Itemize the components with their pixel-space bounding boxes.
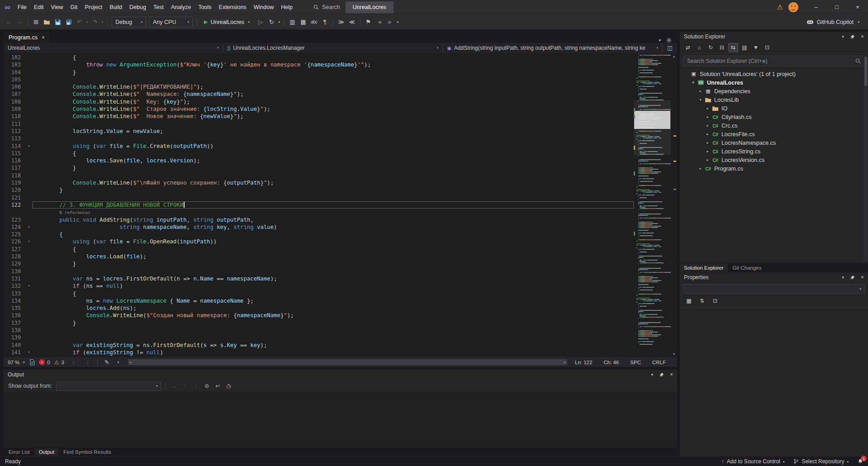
solution-explorer-header[interactable]: Solution Explorer ▾ × bbox=[680, 32, 868, 42]
code-line[interactable]: 114▾ using (var file = File.Create(outpu… bbox=[4, 143, 634, 150]
solution-search-box[interactable] bbox=[683, 56, 865, 67]
chevron-down-icon[interactable]: ▾ bbox=[697, 98, 704, 102]
indent-icon[interactable]: ≫ bbox=[336, 17, 346, 28]
github-copilot-button[interactable]: GitHub Copilot ▾ bbox=[806, 19, 864, 25]
code-line[interactable]: 136 Console.WriteLine($"Создан новый nam… bbox=[4, 312, 634, 319]
spaces-indicator[interactable]: SPC bbox=[630, 360, 641, 365]
window-position-dropdown-icon[interactable]: ▾ bbox=[842, 275, 844, 280]
chevron-right-icon[interactable]: ▸ bbox=[704, 124, 711, 128]
code-line[interactable]: 103 throw new ArgumentException($"Ключ '… bbox=[4, 61, 634, 68]
profiler-icon[interactable]: ↻ bbox=[266, 17, 277, 28]
redo-dropdown-icon[interactable]: ▾ bbox=[100, 20, 104, 24]
window-position-dropdown-icon[interactable]: ▾ bbox=[651, 372, 653, 377]
code-cleanup-icon[interactable]: ✎ bbox=[102, 357, 112, 368]
show-all-files-icon[interactable]: ▤ bbox=[740, 43, 749, 52]
horizontal-scrollbar[interactable]: ◂ ▸ bbox=[128, 359, 567, 365]
code-line[interactable]: 102 { bbox=[4, 54, 634, 61]
previous-bookmark-icon[interactable]: ◄ bbox=[374, 17, 384, 28]
next-issue-icon[interactable]: ↓ bbox=[83, 357, 93, 368]
tree-item-dependencies[interactable]: ▸▦Dependencies bbox=[680, 87, 868, 95]
timestamp-icon[interactable]: ◷ bbox=[224, 383, 233, 389]
menu-project[interactable]: Project bbox=[81, 2, 106, 13]
scroll-down-icon[interactable]: ▾ bbox=[673, 352, 675, 356]
categorized-icon[interactable]: ▦ bbox=[684, 296, 694, 305]
code-line[interactable]: 107 Console.WriteLine($" Namespace: {nam… bbox=[4, 90, 634, 98]
refresh-icon[interactable]: ↻ bbox=[706, 43, 716, 52]
show-whitespace-icon[interactable]: ¶ bbox=[320, 17, 330, 28]
find-in-files-icon[interactable]: ▦ bbox=[298, 17, 308, 28]
error-count[interactable]: × 0 bbox=[39, 359, 50, 365]
code-line[interactable]: 122 // 3. ФУНКЦИЯ ДОБАВЛЕНИЯ НОВОЙ СТРОК… bbox=[4, 201, 634, 209]
code-line[interactable]: 128 locres.Load(file); bbox=[4, 253, 634, 260]
switch-views-icon[interactable]: ⇄ bbox=[683, 43, 693, 52]
fold-chevron-icon[interactable]: ▾ bbox=[25, 223, 33, 231]
word-wrap-icon[interactable]: ↩ bbox=[213, 383, 222, 389]
home-icon[interactable]: ⌂ bbox=[694, 43, 704, 52]
output-source-dropdown[interactable]: ▾ bbox=[56, 381, 161, 391]
code-line[interactable]: 113 bbox=[4, 135, 634, 142]
menu-view[interactable]: View bbox=[47, 2, 67, 13]
user-avatar[interactable] bbox=[788, 2, 798, 12]
properties-icon[interactable]: ⊡ bbox=[762, 43, 772, 52]
code-line[interactable]: 130 bbox=[4, 268, 634, 275]
chevron-right-icon[interactable]: ▸ bbox=[704, 132, 711, 136]
code-line[interactable]: 109 Console.WriteLine($" Старое значение… bbox=[4, 105, 634, 113]
tab-git-changes[interactable]: Git Changes bbox=[729, 264, 766, 272]
close-icon[interactable]: × bbox=[861, 33, 864, 40]
code-line[interactable]: 112 locString.Value = newValue; bbox=[4, 128, 634, 135]
menu-extensions[interactable]: Extensions bbox=[215, 2, 250, 13]
next-bookmark-icon[interactable]: ► bbox=[385, 17, 395, 28]
close-icon[interactable]: × bbox=[670, 371, 673, 378]
pin-icon[interactable] bbox=[659, 372, 664, 377]
document-health-icon[interactable] bbox=[30, 359, 35, 365]
tab-error-list[interactable]: Error List bbox=[5, 448, 34, 456]
menu-edit[interactable]: Edit bbox=[30, 2, 47, 13]
menu-window[interactable]: Window bbox=[250, 2, 277, 13]
chevron-right-icon[interactable]: ▸ bbox=[704, 158, 711, 162]
code-line[interactable]: 131 var ns = locres.FirstOrDefault(n => … bbox=[4, 275, 634, 282]
chevron-right-icon[interactable]: ▸ bbox=[704, 115, 711, 119]
collapse-all-icon[interactable]: ⊟ bbox=[717, 43, 727, 52]
output-content[interactable] bbox=[4, 392, 677, 447]
find-message-in-code-icon[interactable]: → bbox=[170, 383, 179, 389]
solution-name-badge[interactable]: UnrealLocres bbox=[346, 1, 394, 13]
toolbar-options-icon[interactable]: ▾ bbox=[396, 20, 400, 24]
code-line[interactable]: 129 } bbox=[4, 260, 634, 267]
tab-solution-explorer[interactable]: Solution Explorer bbox=[680, 264, 728, 272]
configuration-dropdown[interactable]: Debug ▾ bbox=[112, 17, 146, 27]
close-icon[interactable]: × bbox=[847, 0, 868, 14]
breadcrumb-class[interactable]: {} UnrealLocres.LocresManager ▾ bbox=[223, 43, 443, 53]
tree-item-cityhash-cs[interactable]: ▸C#CityHash.cs bbox=[680, 113, 868, 121]
scroll-up-icon[interactable]: ▴ bbox=[673, 54, 675, 58]
code-line[interactable]: 127 { bbox=[4, 246, 634, 253]
code-line[interactable]: 141▾ if (existingString != null) bbox=[4, 349, 634, 356]
tree-item-crc-cs[interactable]: ▸C#Crc.cs bbox=[680, 121, 868, 130]
menu-git[interactable]: Git bbox=[66, 2, 81, 13]
undo-dropdown-icon[interactable]: ▾ bbox=[85, 20, 89, 24]
save-icon[interactable] bbox=[52, 17, 63, 28]
tab-program-cs[interactable]: Program.cs × bbox=[4, 32, 50, 43]
tree-item-locresversion-cs[interactable]: ▸C#LocresVersion.cs bbox=[680, 156, 868, 164]
breadcrumb-project[interactable]: UnrealLocres ▾ bbox=[4, 43, 223, 53]
tab-output[interactable]: Output bbox=[35, 448, 59, 456]
code-line[interactable]: 117 } bbox=[4, 164, 634, 171]
code-line[interactable]: 138 bbox=[4, 327, 634, 334]
chevron-right-icon[interactable]: ▸ bbox=[704, 149, 711, 153]
spell-check-icon[interactable]: abc bbox=[309, 17, 319, 28]
code-line[interactable]: 110 Console.WriteLine($" Новое значение:… bbox=[4, 113, 634, 120]
code-cleanup-dropdown-icon[interactable]: ▾ bbox=[116, 361, 120, 364]
go-to-next-message-icon[interactable]: ↓ bbox=[191, 383, 200, 389]
navigate-forward-icon[interactable]: → bbox=[14, 17, 25, 28]
chevron-right-icon[interactable]: ▸ bbox=[697, 166, 704, 171]
scroll-left-icon[interactable]: ◂ bbox=[129, 360, 131, 364]
bookmark-icon[interactable]: ⚑ bbox=[363, 17, 374, 28]
code-line[interactable]: 108 Console.WriteLine($" Key: {key}"); bbox=[4, 98, 634, 105]
menu-tools[interactable]: Tools bbox=[194, 2, 215, 13]
previous-issue-icon[interactable]: ↑ bbox=[68, 357, 79, 368]
close-icon[interactable]: × bbox=[861, 274, 864, 281]
code-line[interactable]: 134 ns = new LocresNamespace { Name = na… bbox=[4, 297, 634, 304]
go-to-previous-message-icon[interactable]: ↑ bbox=[180, 383, 190, 389]
tree-item-locreslib[interactable]: ▾LocresLib bbox=[680, 95, 868, 104]
minimap[interactable] bbox=[634, 53, 671, 357]
tree-item-program-cs[interactable]: ▸C#Program.cs bbox=[680, 164, 868, 173]
